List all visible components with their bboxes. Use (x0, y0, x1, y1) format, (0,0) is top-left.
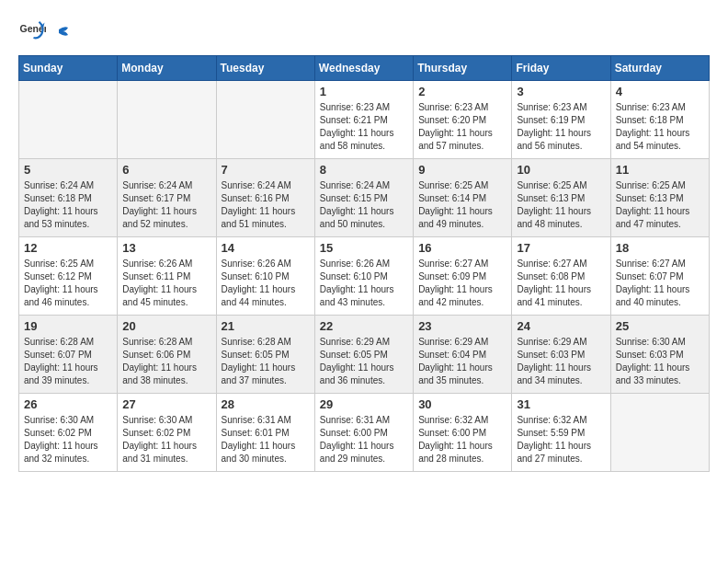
sunset-label: Sunset: 6:09 PM (418, 271, 486, 282)
day-number: 1 (320, 85, 408, 98)
calendar-cell: 15 Sunrise: 6:26 AM Sunset: 6:10 PM Dayl… (314, 237, 413, 316)
sunset-label: Sunset: 6:07 PM (616, 271, 684, 282)
daylight-label: Daylight: 11 hours and 50 minutes. (320, 206, 394, 229)
sunrise-label: Sunrise: 6:24 AM (122, 180, 192, 190)
day-info: Sunrise: 6:23 AM Sunset: 6:19 PM Dayligh… (517, 101, 605, 153)
day-info: Sunrise: 6:31 AM Sunset: 6:00 PM Dayligh… (320, 414, 408, 465)
sunset-label: Sunset: 6:03 PM (616, 350, 684, 360)
calendar-cell: 25 Sunrise: 6:30 AM Sunset: 6:03 PM Dayl… (610, 316, 709, 394)
day-number: 30 (418, 397, 506, 411)
sunrise-label: Sunrise: 6:24 AM (24, 180, 94, 190)
day-info: Sunrise: 6:32 AM Sunset: 6:00 PM Dayligh… (418, 414, 506, 465)
sunrise-label: Sunrise: 6:29 AM (320, 337, 390, 347)
daylight-label: Daylight: 11 hours and 35 minutes. (418, 362, 493, 385)
day-number: 18 (616, 241, 704, 255)
sunrise-label: Sunrise: 6:28 AM (24, 337, 94, 347)
daylight-label: Daylight: 11 hours and 52 minutes. (122, 206, 197, 229)
calendar-cell: 6 Sunrise: 6:24 AM Sunset: 6:17 PM Dayli… (118, 159, 216, 237)
calendar-cell: 28 Sunrise: 6:31 AM Sunset: 6:01 PM Dayl… (216, 394, 314, 472)
daylight-label: Daylight: 11 hours and 54 minutes. (616, 128, 690, 151)
daylight-label: Daylight: 11 hours and 42 minutes. (418, 284, 493, 307)
calendar-cell: 24 Sunrise: 6:29 AM Sunset: 6:03 PM Dayl… (512, 316, 610, 394)
day-number: 4 (616, 85, 704, 98)
day-number: 27 (122, 397, 210, 411)
sunset-label: Sunset: 6:18 PM (616, 115, 684, 125)
day-info: Sunrise: 6:30 AM Sunset: 6:02 PM Dayligh… (122, 414, 210, 465)
calendar-cell: 12 Sunrise: 6:25 AM Sunset: 6:12 PM Dayl… (19, 237, 118, 316)
day-number: 9 (418, 163, 506, 177)
calendar-cell: 7 Sunrise: 6:24 AM Sunset: 6:16 PM Dayli… (216, 159, 314, 237)
day-number: 16 (418, 241, 506, 255)
sunrise-label: Sunrise: 6:27 AM (616, 259, 686, 269)
sunrise-label: Sunrise: 6:30 AM (616, 337, 686, 347)
sunrise-label: Sunrise: 6:24 AM (222, 180, 291, 190)
daylight-label: Daylight: 11 hours and 27 minutes. (517, 441, 591, 464)
sunrise-label: Sunrise: 6:25 AM (418, 180, 488, 190)
sunset-label: Sunset: 6:13 PM (616, 193, 684, 203)
calendar-cell: 17 Sunrise: 6:27 AM Sunset: 6:08 PM Dayl… (512, 237, 610, 316)
logo-bird-icon (50, 22, 70, 42)
sunrise-label: Sunrise: 6:23 AM (418, 102, 488, 112)
day-number: 22 (320, 319, 408, 333)
sunset-label: Sunset: 6:16 PM (222, 193, 290, 203)
sunrise-label: Sunrise: 6:26 AM (222, 259, 291, 269)
daylight-label: Daylight: 11 hours and 44 minutes. (222, 284, 296, 307)
sunset-label: Sunset: 6:05 PM (222, 350, 290, 360)
day-number: 19 (24, 319, 112, 333)
calendar-cell: 22 Sunrise: 6:29 AM Sunset: 6:05 PM Dayl… (314, 316, 413, 394)
day-number: 7 (222, 163, 310, 177)
day-number: 23 (418, 319, 506, 333)
day-info: Sunrise: 6:31 AM Sunset: 6:01 PM Dayligh… (222, 414, 310, 465)
calendar-cell: 31 Sunrise: 6:32 AM Sunset: 5:59 PM Dayl… (512, 394, 610, 472)
calendar-cell: 10 Sunrise: 6:25 AM Sunset: 6:13 PM Dayl… (512, 159, 610, 237)
day-info: Sunrise: 6:30 AM Sunset: 6:03 PM Dayligh… (616, 336, 704, 387)
day-info: Sunrise: 6:29 AM Sunset: 6:05 PM Dayligh… (320, 336, 408, 387)
day-info: Sunrise: 6:24 AM Sunset: 6:17 PM Dayligh… (122, 179, 210, 231)
calendar-cell: 30 Sunrise: 6:32 AM Sunset: 6:00 PM Dayl… (414, 394, 512, 472)
sunset-label: Sunset: 6:04 PM (418, 350, 486, 360)
day-info: Sunrise: 6:29 AM Sunset: 6:04 PM Dayligh… (418, 336, 506, 387)
sunrise-label: Sunrise: 6:25 AM (24, 259, 94, 269)
daylight-label: Daylight: 11 hours and 29 minutes. (320, 441, 394, 464)
day-info: Sunrise: 6:27 AM Sunset: 6:07 PM Dayligh… (616, 258, 704, 309)
sunset-label: Sunset: 6:10 PM (320, 271, 388, 282)
day-info: Sunrise: 6:28 AM Sunset: 6:07 PM Dayligh… (24, 336, 112, 387)
calendar-cell: 16 Sunrise: 6:27 AM Sunset: 6:09 PM Dayl… (414, 237, 512, 316)
day-info: Sunrise: 6:25 AM Sunset: 6:13 PM Dayligh… (616, 179, 704, 231)
daylight-label: Daylight: 11 hours and 51 minutes. (222, 206, 296, 229)
calendar-cell: 20 Sunrise: 6:28 AM Sunset: 6:06 PM Dayl… (118, 316, 216, 394)
sunset-label: Sunset: 6:00 PM (320, 428, 388, 438)
page-header: General (18, 18, 710, 46)
sunrise-label: Sunrise: 6:28 AM (222, 337, 291, 347)
logo: General (18, 18, 70, 46)
calendar-cell: 13 Sunrise: 6:26 AM Sunset: 6:11 PM Dayl… (118, 237, 216, 316)
daylight-label: Daylight: 11 hours and 37 minutes. (222, 362, 296, 385)
sunset-label: Sunset: 6:08 PM (517, 271, 585, 282)
day-info: Sunrise: 6:26 AM Sunset: 6:10 PM Dayligh… (222, 258, 310, 309)
daylight-label: Daylight: 11 hours and 57 minutes. (418, 128, 493, 151)
calendar-cell: 27 Sunrise: 6:30 AM Sunset: 6:02 PM Dayl… (118, 394, 216, 472)
day-info: Sunrise: 6:23 AM Sunset: 6:18 PM Dayligh… (616, 101, 704, 153)
calendar-table: SundayMondayTuesdayWednesdayThursdayFrid… (18, 55, 710, 472)
day-info: Sunrise: 6:28 AM Sunset: 6:05 PM Dayligh… (222, 336, 310, 387)
day-info: Sunrise: 6:25 AM Sunset: 6:14 PM Dayligh… (418, 179, 506, 231)
day-info: Sunrise: 6:25 AM Sunset: 6:12 PM Dayligh… (24, 258, 112, 309)
weekday-header-wednesday: Wednesday (314, 56, 413, 81)
day-number: 11 (616, 163, 704, 177)
sunrise-label: Sunrise: 6:24 AM (320, 180, 390, 190)
sunset-label: Sunset: 6:17 PM (122, 193, 190, 203)
daylight-label: Daylight: 11 hours and 36 minutes. (320, 362, 394, 385)
daylight-label: Daylight: 11 hours and 47 minutes. (616, 206, 690, 229)
sunset-label: Sunset: 6:07 PM (24, 350, 92, 360)
calendar-week-row: 1 Sunrise: 6:23 AM Sunset: 6:21 PM Dayli… (19, 81, 710, 159)
daylight-label: Daylight: 11 hours and 43 minutes. (320, 284, 394, 307)
sunset-label: Sunset: 6:02 PM (24, 428, 92, 438)
daylight-label: Daylight: 11 hours and 40 minutes. (616, 284, 690, 307)
weekday-header-monday: Monday (118, 56, 216, 81)
day-info: Sunrise: 6:26 AM Sunset: 6:10 PM Dayligh… (320, 258, 408, 309)
weekday-header-row: SundayMondayTuesdayWednesdayThursdayFrid… (19, 56, 710, 81)
calendar-cell: 4 Sunrise: 6:23 AM Sunset: 6:18 PM Dayli… (610, 81, 709, 159)
day-number: 28 (222, 397, 310, 411)
calendar-week-row: 19 Sunrise: 6:28 AM Sunset: 6:07 PM Dayl… (19, 316, 710, 394)
day-number: 3 (517, 85, 605, 98)
